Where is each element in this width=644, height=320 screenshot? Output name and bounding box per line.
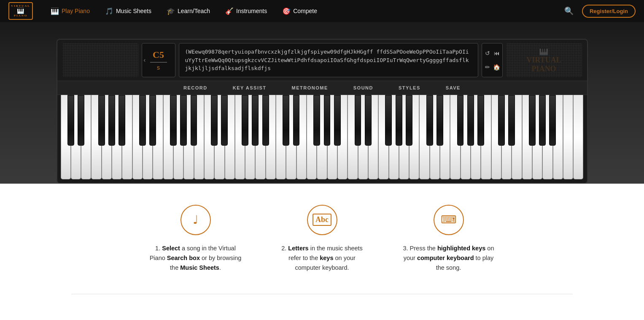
black-key[interactable] [437,95,443,146]
toolbar-save[interactable]: SAVE [446,85,461,90]
nav-label-instruments: Instruments [236,8,267,14]
white-key-C0[interactable] [61,95,71,179]
skip-back-button[interactable]: ⏮ [493,50,501,57]
speaker-right: 🎹VIRTUALPIANO [506,43,582,77]
info-cards: ♩ 1. Select a song in the Virtual Piano … [149,205,495,273]
white-key-F2[interactable] [235,95,245,179]
nav-item-music-sheets[interactable]: 🎵 Music Sheets [97,0,159,22]
white-key-C5[interactable] [419,95,429,179]
black-key[interactable] [457,95,464,146]
nav-item-compete[interactable]: 🎯 Compete [275,0,325,22]
abc-icon: Abc [313,214,331,226]
register-login-button[interactable]: Register/Login [582,5,636,18]
black-key[interactable] [355,95,361,146]
white-key-F6[interactable] [522,95,532,179]
vp-logo-watermark: 🎹VIRTUALPIANO [526,46,561,73]
black-key[interactable] [293,95,300,146]
nav-item-play-piano[interactable]: 🎹 Play Piano [43,0,97,22]
white-key-C2[interactable] [204,95,214,179]
black-key[interactable] [211,95,218,146]
note-nav-left-arrow[interactable]: ‹ [144,57,146,63]
black-key[interactable] [180,95,187,146]
black-key[interactable] [396,95,402,146]
toolbar-metronome[interactable]: METRONOME [292,85,328,90]
white-key-extra-2[interactable] [573,95,583,179]
black-key[interactable] [406,95,412,146]
learn-teach-icon: 🎓 [167,7,175,15]
logo[interactable]: VIRTUAL 🎹 PIANO [8,2,33,20]
black-key[interactable] [283,95,289,146]
black-key[interactable] [78,95,84,146]
black-key[interactable] [242,95,248,146]
note-display: ‹ C5 s [142,43,175,77]
top-panel: ‹ C5 s (WEewq09878qertyuiopafbnvcxzkjgfz… [57,40,587,81]
loop-button[interactable]: ↺ [484,50,491,57]
black-key[interactable] [539,95,546,146]
keyboard-icon-circle: ⌨ [434,205,464,235]
nav-item-instruments[interactable]: 🎸 Instruments [218,0,275,22]
black-key[interactable] [252,95,259,146]
black-key[interactable] [149,95,156,146]
white-key-F5[interactable] [450,95,460,179]
black-key[interactable] [108,95,115,146]
black-key[interactable] [98,95,105,146]
black-key[interactable] [139,95,146,146]
highlighted-keys-text: 3. Press the highlighted keys on your co… [402,244,495,273]
piano-toolbar: RECORD KEY ASSIST METRONOME SOUND STYLES… [57,81,587,95]
playback-controls: ↺ ⏮ ✏ 🏠 [482,43,503,77]
search-button[interactable]: 🔍 [563,5,575,17]
compete-icon: 🎯 [282,7,291,15]
keyboard-icon: ⌨ [441,213,457,226]
edit-button[interactable]: ✏ [484,64,491,71]
info-card-select-song: ♩ 1. Select a song in the Virtual Piano … [149,205,242,273]
logo-text: VIRTUAL 🎹 PIANO [11,5,30,18]
white-key-C6[interactable] [491,95,501,179]
toolbar-styles[interactable]: STYLES [399,85,420,90]
black-key[interactable] [477,95,484,146]
black-key[interactable] [67,95,74,146]
toolbar-record[interactable]: RECORD [183,85,207,90]
black-key[interactable] [498,95,505,146]
black-key[interactable] [385,95,392,146]
white-key-C4[interactable] [348,95,358,179]
black-key[interactable] [313,95,320,146]
piano-keyboard [61,95,584,179]
toolbar-key-assist[interactable]: KEY ASSIST [233,85,267,90]
white-key-F0[interactable] [91,95,101,179]
black-key[interactable] [529,95,536,146]
black-key[interactable] [221,95,228,146]
piano-section: ‹ C5 s (WEewq09878qertyuiopafbnvcxzkjgfz… [0,22,644,184]
black-key[interactable] [324,95,331,146]
piano-container: ‹ C5 s (WEewq09878qertyuiopafbnvcxzkjgfz… [57,39,588,184]
nav-item-learn-teach[interactable]: 🎓 Learn/Teach [159,0,218,22]
white-key-C3[interactable] [276,95,286,179]
navigation: VIRTUAL 🎹 PIANO 🎹 Play Piano 🎵 Music She… [0,0,644,22]
toolbar-sound[interactable]: SOUND [353,85,373,90]
black-key[interactable] [426,95,433,146]
black-key[interactable] [549,95,556,146]
nav-items: 🎹 Play Piano 🎵 Music Sheets 🎓 Learn/Teac… [43,0,559,22]
black-key[interactable] [119,95,125,146]
black-key[interactable] [365,95,372,146]
black-key[interactable] [191,95,197,146]
note-separator [150,62,167,62]
white-key-F4[interactable] [378,95,388,179]
nav-right: 🔍 Register/Login [563,5,636,18]
white-key-F1[interactable] [163,95,173,179]
select-song-icon-circle: ♩ [181,205,211,235]
black-key[interactable] [170,95,177,146]
white-key-C1[interactable] [132,95,143,179]
info-divider [71,294,573,294]
music-sheet-text: (WEewq09878qertyuiopafbnvcxzkjgfzlkjgfsp… [179,43,478,77]
current-key: s [157,64,160,71]
piano-keys-wrapper [57,95,587,183]
white-key-F3[interactable] [307,95,317,179]
instruments-icon: 🎸 [225,7,234,15]
black-key[interactable] [467,95,474,146]
black-key[interactable] [334,95,341,146]
nav-label-compete: Compete [293,8,317,14]
black-key[interactable] [262,95,269,146]
white-key-extra-1[interactable] [563,95,573,179]
home-button[interactable]: 🏠 [493,64,501,71]
black-key[interactable] [508,95,515,146]
